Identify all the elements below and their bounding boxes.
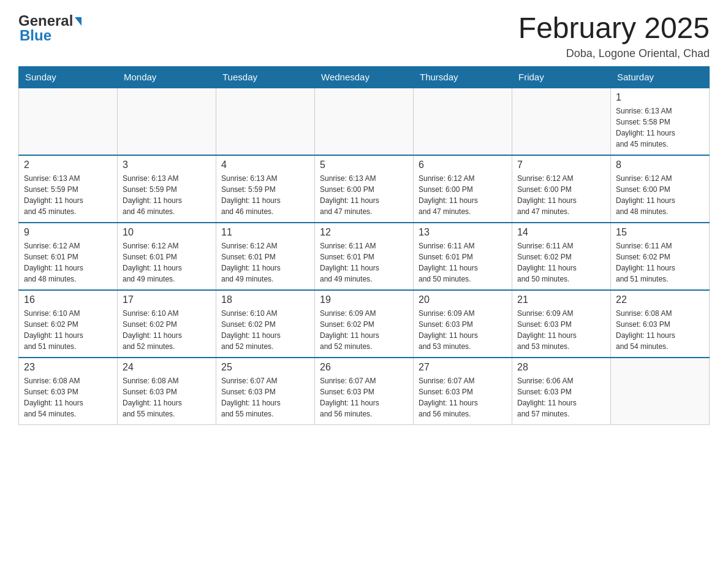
- calendar-cell: 27Sunrise: 6:07 AM Sunset: 6:03 PM Dayli…: [414, 358, 512, 425]
- calendar-header-row: SundayMondayTuesdayWednesdayThursdayFrid…: [19, 66, 710, 88]
- calendar-cell: 2Sunrise: 6:13 AM Sunset: 5:59 PM Daylig…: [19, 155, 118, 223]
- day-info: Sunrise: 6:12 AM Sunset: 6:01 PM Dayligh…: [24, 240, 112, 285]
- day-info: Sunrise: 6:08 AM Sunset: 6:03 PM Dayligh…: [616, 308, 704, 352]
- week-row-3: 9Sunrise: 6:12 AM Sunset: 6:01 PM Daylig…: [19, 223, 710, 290]
- calendar-cell: 5Sunrise: 6:13 AM Sunset: 6:00 PM Daylig…: [315, 155, 414, 223]
- day-info: Sunrise: 6:10 AM Sunset: 6:02 PM Dayligh…: [24, 308, 112, 352]
- logo: General Blue: [18, 12, 82, 44]
- calendar-cell: 24Sunrise: 6:08 AM Sunset: 6:03 PM Dayli…: [118, 358, 216, 425]
- title-area: February 2025 Doba, Logone Oriental, Cha…: [518, 12, 710, 60]
- calendar-cell: 1Sunrise: 6:13 AM Sunset: 5:58 PM Daylig…: [611, 88, 710, 155]
- calendar-cell: 9Sunrise: 6:12 AM Sunset: 6:01 PM Daylig…: [19, 223, 118, 290]
- day-number: 4: [221, 159, 309, 170]
- weekday-header-sunday: Sunday: [19, 66, 118, 88]
- logo-arrow-icon: [75, 17, 82, 26]
- calendar-cell: 28Sunrise: 6:06 AM Sunset: 6:03 PM Dayli…: [512, 358, 611, 425]
- day-number: 25: [221, 362, 309, 373]
- day-number: 7: [517, 159, 605, 170]
- weekday-header-monday: Monday: [118, 66, 216, 88]
- calendar-cell: 14Sunrise: 6:11 AM Sunset: 6:02 PM Dayli…: [512, 223, 611, 290]
- day-info: Sunrise: 6:13 AM Sunset: 5:58 PM Dayligh…: [616, 105, 704, 150]
- weekday-header-thursday: Thursday: [414, 66, 512, 88]
- day-number: 10: [123, 227, 211, 238]
- calendar-cell: [611, 358, 710, 425]
- day-info: Sunrise: 6:07 AM Sunset: 6:03 PM Dayligh…: [221, 375, 309, 419]
- page-header: General Blue February 2025 Doba, Logone …: [18, 12, 710, 60]
- calendar-cell: 15Sunrise: 6:11 AM Sunset: 6:02 PM Dayli…: [611, 223, 710, 290]
- day-info: Sunrise: 6:13 AM Sunset: 6:00 PM Dayligh…: [320, 173, 408, 217]
- calendar-cell: 8Sunrise: 6:12 AM Sunset: 6:00 PM Daylig…: [611, 155, 710, 223]
- calendar-cell: 19Sunrise: 6:09 AM Sunset: 6:02 PM Dayli…: [315, 290, 414, 358]
- day-info: Sunrise: 6:11 AM Sunset: 6:02 PM Dayligh…: [616, 240, 704, 285]
- calendar-table: SundayMondayTuesdayWednesdayThursdayFrid…: [18, 66, 710, 426]
- day-info: Sunrise: 6:12 AM Sunset: 6:00 PM Dayligh…: [616, 173, 704, 217]
- calendar-cell: 25Sunrise: 6:07 AM Sunset: 6:03 PM Dayli…: [216, 358, 315, 425]
- month-title: February 2025: [518, 12, 710, 45]
- day-info: Sunrise: 6:09 AM Sunset: 6:03 PM Dayligh…: [419, 308, 507, 352]
- day-number: 18: [221, 294, 309, 305]
- calendar-cell: [19, 88, 118, 155]
- calendar-cell: [414, 88, 512, 155]
- week-row-5: 23Sunrise: 6:08 AM Sunset: 6:03 PM Dayli…: [19, 358, 710, 425]
- day-number: 19: [320, 294, 408, 305]
- day-number: 26: [320, 362, 408, 373]
- weekday-header-tuesday: Tuesday: [216, 66, 315, 88]
- calendar-cell: 7Sunrise: 6:12 AM Sunset: 6:00 PM Daylig…: [512, 155, 611, 223]
- day-number: 17: [123, 294, 211, 305]
- day-number: 6: [419, 159, 507, 170]
- day-number: 1: [616, 92, 704, 103]
- calendar-cell: [512, 88, 611, 155]
- calendar-cell: 16Sunrise: 6:10 AM Sunset: 6:02 PM Dayli…: [19, 290, 118, 358]
- weekday-header-saturday: Saturday: [611, 66, 710, 88]
- day-number: 12: [320, 227, 408, 238]
- day-number: 27: [419, 362, 507, 373]
- calendar-cell: 6Sunrise: 6:12 AM Sunset: 6:00 PM Daylig…: [414, 155, 512, 223]
- week-row-1: 1Sunrise: 6:13 AM Sunset: 5:58 PM Daylig…: [19, 88, 710, 155]
- calendar-cell: 18Sunrise: 6:10 AM Sunset: 6:02 PM Dayli…: [216, 290, 315, 358]
- day-number: 14: [517, 227, 605, 238]
- day-number: 28: [517, 362, 605, 373]
- calendar-cell: 23Sunrise: 6:08 AM Sunset: 6:03 PM Dayli…: [19, 358, 118, 425]
- day-info: Sunrise: 6:13 AM Sunset: 5:59 PM Dayligh…: [221, 173, 309, 217]
- day-number: 2: [24, 159, 112, 170]
- day-info: Sunrise: 6:12 AM Sunset: 6:01 PM Dayligh…: [123, 240, 211, 285]
- calendar-cell: [118, 88, 216, 155]
- day-number: 23: [24, 362, 112, 373]
- calendar-cell: 12Sunrise: 6:11 AM Sunset: 6:01 PM Dayli…: [315, 223, 414, 290]
- day-number: 22: [616, 294, 704, 305]
- calendar-cell: 17Sunrise: 6:10 AM Sunset: 6:02 PM Dayli…: [118, 290, 216, 358]
- calendar-cell: 3Sunrise: 6:13 AM Sunset: 5:59 PM Daylig…: [118, 155, 216, 223]
- day-info: Sunrise: 6:12 AM Sunset: 6:00 PM Dayligh…: [419, 173, 507, 217]
- day-info: Sunrise: 6:11 AM Sunset: 6:01 PM Dayligh…: [320, 240, 408, 285]
- weekday-header-friday: Friday: [512, 66, 611, 88]
- day-number: 3: [123, 159, 211, 170]
- day-info: Sunrise: 6:09 AM Sunset: 6:02 PM Dayligh…: [320, 308, 408, 352]
- day-info: Sunrise: 6:12 AM Sunset: 6:01 PM Dayligh…: [221, 240, 309, 285]
- logo-blue-text: Blue: [18, 27, 51, 44]
- day-info: Sunrise: 6:11 AM Sunset: 6:01 PM Dayligh…: [419, 240, 507, 285]
- day-info: Sunrise: 6:13 AM Sunset: 5:59 PM Dayligh…: [24, 173, 112, 217]
- day-info: Sunrise: 6:11 AM Sunset: 6:02 PM Dayligh…: [517, 240, 605, 285]
- day-info: Sunrise: 6:09 AM Sunset: 6:03 PM Dayligh…: [517, 308, 605, 352]
- day-info: Sunrise: 6:07 AM Sunset: 6:03 PM Dayligh…: [320, 375, 408, 419]
- weekday-header-wednesday: Wednesday: [315, 66, 414, 88]
- day-number: 13: [419, 227, 507, 238]
- calendar-cell: 10Sunrise: 6:12 AM Sunset: 6:01 PM Dayli…: [118, 223, 216, 290]
- calendar-cell: 22Sunrise: 6:08 AM Sunset: 6:03 PM Dayli…: [611, 290, 710, 358]
- day-info: Sunrise: 6:10 AM Sunset: 6:02 PM Dayligh…: [123, 308, 211, 352]
- calendar-cell: 4Sunrise: 6:13 AM Sunset: 5:59 PM Daylig…: [216, 155, 315, 223]
- day-info: Sunrise: 6:06 AM Sunset: 6:03 PM Dayligh…: [517, 375, 605, 419]
- day-number: 8: [616, 159, 704, 170]
- location-text: Doba, Logone Oriental, Chad: [518, 47, 710, 60]
- day-number: 24: [123, 362, 211, 373]
- day-number: 15: [616, 227, 704, 238]
- calendar-cell: 26Sunrise: 6:07 AM Sunset: 6:03 PM Dayli…: [315, 358, 414, 425]
- day-number: 11: [221, 227, 309, 238]
- week-row-2: 2Sunrise: 6:13 AM Sunset: 5:59 PM Daylig…: [19, 155, 710, 223]
- calendar-cell: [216, 88, 315, 155]
- day-info: Sunrise: 6:13 AM Sunset: 5:59 PM Dayligh…: [123, 173, 211, 217]
- day-info: Sunrise: 6:08 AM Sunset: 6:03 PM Dayligh…: [123, 375, 211, 419]
- day-info: Sunrise: 6:12 AM Sunset: 6:00 PM Dayligh…: [517, 173, 605, 217]
- calendar-cell: 11Sunrise: 6:12 AM Sunset: 6:01 PM Dayli…: [216, 223, 315, 290]
- calendar-cell: [315, 88, 414, 155]
